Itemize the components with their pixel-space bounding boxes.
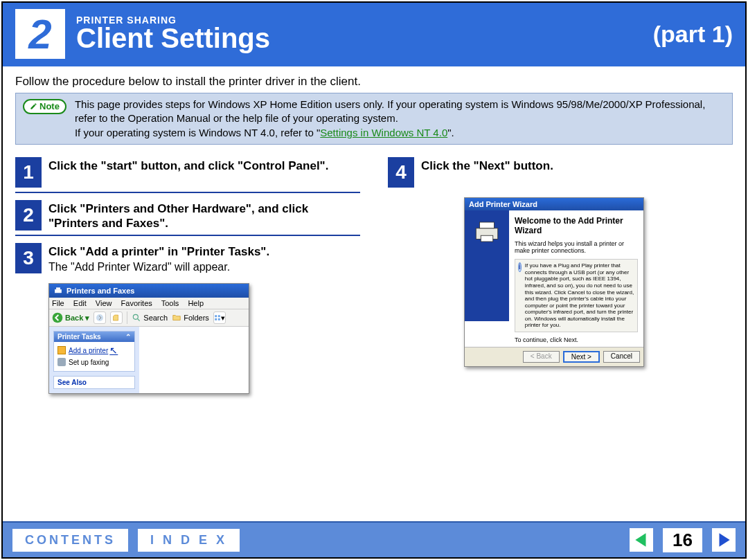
info-icon: i (518, 262, 522, 272)
note-line2-suffix: ". (447, 127, 454, 138)
setup-faxing-label: Set up faxing (69, 359, 109, 366)
page-footer: CONTENTS I N D E X 16 (3, 521, 745, 557)
svg-rect-8 (215, 318, 217, 320)
page-number: 16 (663, 528, 702, 552)
menu-tools[interactable]: Tools (161, 299, 179, 307)
svg-rect-7 (218, 316, 220, 318)
menu-bar: File Edit View Favorites Tools Help (49, 298, 249, 309)
note-label: Note (39, 100, 60, 113)
back-button[interactable]: Back ▾ (52, 312, 89, 323)
setup-faxing-link[interactable]: Set up faxing (57, 358, 131, 366)
up-button[interactable] (110, 311, 123, 324)
note-box: Note This page provides steps for Window… (15, 93, 733, 145)
step-title: Click "Printers and Other Hardware", and… (48, 201, 360, 231)
printer-large-icon (472, 217, 501, 246)
add-printer-icon (57, 346, 66, 354)
svg-rect-0 (55, 290, 61, 293)
folder-up-icon (112, 314, 121, 322)
folders-button[interactable]: Folders (172, 313, 209, 323)
step-4: 4 Click the "Next" button. (388, 154, 733, 192)
wizard-continue: To continue, click Next. (515, 336, 638, 344)
step-title: Click the "Next" button. (421, 159, 733, 173)
forward-arrow-icon (96, 314, 104, 322)
note-line2-prefix: If your operating system is Windows NT 4… (75, 127, 320, 138)
window-title: Printers and Faxes (49, 284, 249, 298)
collapse-icon[interactable]: ⌃ (125, 333, 131, 341)
left-column: 1 Click the "start" button, and click "C… (15, 154, 360, 395)
pf-main-area (139, 327, 249, 393)
wizard-heading: Welcome to the Add Printer Wizard (515, 216, 638, 236)
note-badge: Note (23, 99, 66, 114)
svg-rect-9 (218, 318, 220, 320)
next-page-button[interactable] (712, 528, 736, 552)
prev-page-button[interactable] (630, 528, 653, 552)
step-3: 3 Click "Add a printer" in "Printer Task… (15, 240, 360, 278)
toolbar: Back ▾ Search Folders ▾ (49, 309, 249, 327)
see-also-header: See Also (54, 377, 134, 388)
printer-icon (53, 286, 63, 296)
printer-tasks-panel: Printer Tasks⌃ Add a printer↖ Set up fax… (53, 331, 135, 372)
menu-help[interactable]: Help (188, 299, 204, 307)
menu-favorites[interactable]: Favorites (121, 299, 152, 307)
printers-faxes-screenshot: Printers and Faxes File Edit View Favori… (48, 283, 249, 394)
add-printer-label: Add a printer (69, 347, 108, 354)
views-icon (214, 314, 221, 322)
svg-line-5 (138, 319, 140, 321)
wizard-info-box: i If you have a Plug and Play printer th… (515, 259, 638, 332)
wizard-desc: This wizard helps you install a printer … (515, 240, 638, 255)
menu-view[interactable]: View (96, 299, 112, 307)
wizard-sidebar (465, 210, 509, 321)
add-printer-wizard-screenshot: Add Printer Wizard Welcome to the Add Pr… (464, 197, 644, 367)
folders-label: Folders (184, 314, 209, 322)
step-subtext: The "Add Printer Wizard" will appear. (48, 261, 360, 273)
folders-icon (172, 313, 181, 323)
step-number: 1 (15, 157, 42, 188)
back-label: Back (65, 314, 83, 322)
wizard-back-button[interactable]: < Back (523, 351, 560, 363)
wizard-cancel-button[interactable]: Cancel (603, 351, 640, 363)
see-also-panel: See Also (53, 376, 135, 389)
svg-rect-12 (481, 235, 493, 242)
step-title: Click "Add a printer" in "Printer Tasks"… (48, 244, 360, 259)
back-arrow-icon (52, 312, 63, 323)
index-button[interactable]: I N D E X (138, 529, 240, 552)
svg-rect-6 (215, 316, 217, 318)
nt40-link[interactable]: Settings in Windows NT 4.0 (320, 127, 447, 138)
wizard-footer: < Back Next > Cancel (465, 347, 643, 366)
wizard-next-button[interactable]: Next > (563, 351, 600, 363)
page-header: 2 PRINTER SHARING Client Settings (part … (3, 3, 745, 66)
next-triangle-icon (715, 531, 733, 549)
add-printer-link[interactable]: Add a printer↖ (57, 345, 131, 356)
wizard-title: Add Printer Wizard (465, 198, 643, 210)
note-line1: This page provides steps for Windows XP … (75, 98, 705, 124)
step-title: Click the "start" button, and click "Con… (48, 159, 360, 173)
svg-rect-1 (56, 288, 60, 290)
search-button[interactable]: Search (132, 313, 168, 323)
menu-edit[interactable]: Edit (73, 299, 87, 307)
menu-file[interactable]: File (52, 299, 64, 307)
intro-text: Follow the procedure below to install th… (15, 75, 733, 89)
fax-icon (57, 358, 66, 366)
search-icon (132, 313, 141, 323)
svg-point-2 (53, 313, 63, 323)
cursor-icon: ↖ (109, 345, 118, 356)
svg-rect-11 (480, 222, 495, 228)
step-number: 4 (388, 157, 414, 188)
views-button[interactable]: ▾ (213, 311, 226, 324)
tasks-header: Printer Tasks (57, 333, 101, 341)
right-column: 4 Click the "Next" button. Add Printer W… (388, 154, 733, 395)
step-2: 2 Click "Printers and Other Hardware", a… (15, 197, 360, 237)
pencil-icon (30, 102, 37, 110)
section-title: Client Settings (76, 23, 653, 54)
step-number: 2 (15, 200, 42, 231)
forward-button[interactable] (93, 311, 106, 324)
svg-point-4 (134, 315, 139, 320)
chapter-number: 2 (15, 9, 65, 59)
search-label: Search (143, 314, 168, 322)
step-1: 1 Click the "start" button, and click "C… (15, 154, 360, 193)
contents-button[interactable]: CONTENTS (12, 529, 128, 552)
wizard-info-text: If you have a Plug and Play printer that… (525, 262, 634, 329)
prev-triangle-icon (632, 531, 650, 549)
svg-point-3 (96, 314, 103, 321)
window-title-text: Printers and Faxes (66, 287, 134, 295)
